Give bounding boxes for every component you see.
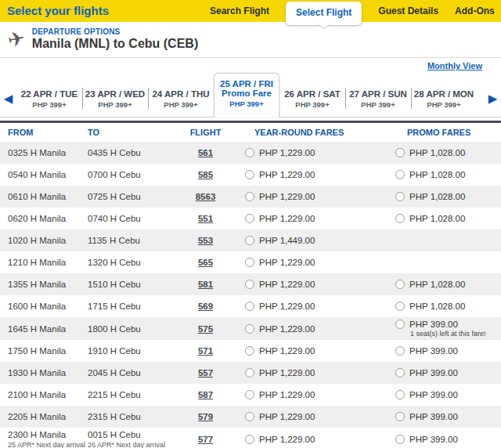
step-nav-guest-details[interactable]: Guest Details [378,5,438,16]
year-round-fare-radio[interactable] [245,236,254,245]
year-round-fare-radio[interactable] [245,192,254,201]
arrival-time-cell: 0015 H Cebu 26 APR* Next day arrival [86,430,180,448]
flight-number-link[interactable]: 587 [198,390,213,399]
col-header-to: TO [86,128,180,137]
year-round-fare-radio[interactable] [245,258,254,267]
flight-number-link[interactable]: 551 [198,214,213,223]
flight-row: 1930 H Manila 2045 H Cebu 557 PHP 1,229.… [0,362,501,384]
year-round-fare-radio[interactable] [245,324,254,334]
year-round-fare-radio[interactable] [245,390,254,399]
promo-fare-radio[interactable] [395,368,405,378]
step-nav-select-flight[interactable]: Select Flight [286,2,362,25]
date-tab[interactable]: 27 APR / SUN PHP 399+ [345,83,411,117]
year-round-fare-cell: PHP 1,229.00 [231,302,380,311]
flight-row: 1355 H Manila 1510 H Cebu 581 PHP 1,229.… [0,273,501,295]
promo-fare-radio[interactable] [395,435,405,444]
flight-number-link[interactable]: 8563 [196,192,216,201]
year-round-fare-cell: PHP 1,229.00 [231,280,380,289]
promo-fare-cell: PHP 399.00 1 seat(s) left at this fare! [380,320,501,338]
date-tab[interactable]: 24 APR / THU PHP 399+ [148,83,214,117]
flight-number-link[interactable]: 571 [198,346,213,356]
year-round-fare-radio[interactable] [245,412,254,421]
route-title: Manila (MNL) to Cebu (CEB) [32,37,198,51]
flight-number-link[interactable]: 585 [198,170,213,179]
date-tab[interactable]: 25 APR / FRI Promo Fare PHP 399+ [214,73,279,117]
flight-table-header: FROM TO FLIGHT YEAR-ROUND FARES PROMO FA… [0,121,501,142]
promo-fare-radio[interactable] [395,280,405,289]
date-tab[interactable]: 22 APR / TUE PHP 399+ [16,83,82,117]
flight-number-link[interactable]: 565 [198,258,213,267]
flight-row: 0610 H Manila 0725 H Cebu 8563 PHP 1,229… [0,186,501,208]
year-round-fare-amount: PHP 1,229.00 [259,368,315,378]
promo-fare-amount: PHP 1,028.00 [409,214,465,223]
promo-fare-amount: PHP 399.00 [409,435,458,444]
year-round-fare-amount: PHP 1,229.00 [259,148,315,157]
flight-number-link[interactable]: 577 [198,435,213,444]
flight-number-link[interactable]: 569 [198,302,213,311]
date-tab-fare: PHP 399+ [18,100,81,109]
date-tab[interactable]: 23 APR / WED PHP 399+ [82,83,148,117]
year-round-fare-cell: PHP 1,229.00 [231,346,380,356]
step-nav-search-flight[interactable]: Search Flight [210,5,269,16]
date-tab-promo-label: Promo Fare [216,89,277,98]
date-tab-fare: PHP 399+ [281,100,344,109]
year-round-fare-radio[interactable] [245,170,254,179]
year-round-fare-radio[interactable] [245,214,254,223]
promo-fare-amount: PHP 399.00 [409,412,458,421]
departure-time-cell: 1210 H Manila [0,258,86,267]
promo-fare-radio[interactable] [395,302,405,311]
flight-number-cell: 571 [180,346,231,356]
prev-dates-button[interactable]: ◀ [0,81,16,117]
year-round-fare-radio[interactable] [245,346,254,356]
flight-number-cell: 569 [180,302,231,311]
flight-number-link[interactable]: 553 [198,236,213,245]
flight-number-link[interactable]: 579 [198,412,213,421]
departure-time-cell: 2205 H Manila [0,412,86,421]
promo-fare-cell: PHP 1,028.00 [380,170,501,179]
date-tab[interactable]: 26 APR / SAT PHP 399+ [279,83,345,117]
promo-fare-amount: PHP 1,028.00 [409,148,465,157]
year-round-fare-amount: PHP 1,229.00 [259,280,315,289]
step-nav-add-ons[interactable]: Add-Ons [455,5,495,16]
promo-fare-radio[interactable] [395,170,405,179]
promo-fare-radio[interactable] [395,390,405,399]
departure-time-cell: 0620 H Manila [0,214,86,223]
year-round-fare-cell: PHP 1,229.00 [231,368,380,378]
date-tab-label: 23 APR / WED [84,89,146,99]
next-day-note: 25 APR* Next day arrival [8,441,86,448]
next-dates-button[interactable]: ▶ [485,81,501,117]
flight-number-link[interactable]: 561 [198,148,213,157]
year-round-fare-radio[interactable] [245,368,254,378]
date-tab[interactable]: 28 APR / MON PHP 399+ [411,83,477,117]
promo-fare-radio[interactable] [395,148,405,157]
page-title: Select your flights [7,4,109,17]
arrival-time-cell: 0740 H Cebu [86,214,180,223]
flight-number-link[interactable]: 557 [198,368,213,378]
flight-number-link[interactable]: 581 [198,280,213,289]
monthly-view-link[interactable]: Monthly View [427,61,482,70]
year-round-fare-amount: PHP 1,229.00 [259,435,315,444]
flight-number-link[interactable]: 575 [198,324,213,334]
promo-fare-cell: PHP 399.00 [380,412,501,421]
promo-fare-amount: PHP 399.00 [409,390,458,399]
departure-time-cell: 1750 H Manila [0,346,86,356]
promo-fare-radio[interactable] [395,412,405,421]
promo-fare-cell: PHP 1,028.00 [380,148,501,157]
year-round-fare-radio[interactable] [245,302,254,311]
date-tab-fare: PHP 399+ [347,100,409,109]
departure-time-cell: 2100 H Manila [0,390,86,399]
year-round-fare-radio[interactable] [245,435,254,444]
promo-fare-radio[interactable] [395,320,405,329]
date-strip: ◀ 22 APR / TUE PHP 399+ 23 APR / WED PHP… [0,73,501,117]
arrival-time-cell: 2315 H Cebu [86,412,180,421]
promo-fare-radio[interactable] [395,214,405,223]
promo-fare-radio[interactable] [395,192,405,201]
promo-fare-cell: PHP 399.00 [380,368,501,378]
arrival-time-cell: 0725 H Cebu [86,192,180,201]
promo-fare-radio[interactable] [395,346,405,356]
year-round-fare-radio[interactable] [245,148,254,157]
year-round-fare-cell: PHP 1,229.00 [231,412,380,421]
year-round-fare-cell: PHP 1,229.00 [231,214,380,223]
flight-number-cell: 553 [180,236,231,245]
year-round-fare-radio[interactable] [245,280,254,289]
